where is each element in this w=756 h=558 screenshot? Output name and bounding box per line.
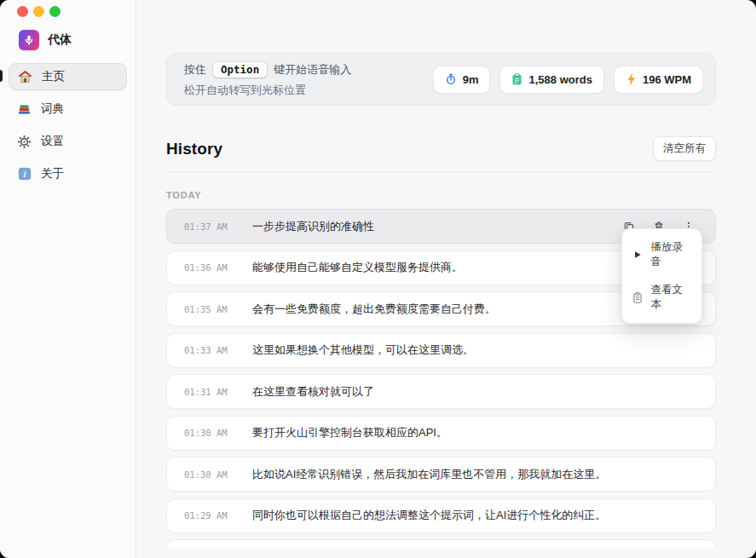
hotkey-panel: 按住 Option 键开始语音输入 松开自动转写到光标位置 [166, 53, 716, 106]
app-logo-microphone-icon [19, 30, 39, 50]
row-text: 比如说AI经常识别错误，然后我加在词库里也不管用，那我就加在这里。 [252, 467, 701, 482]
row-context-menu: 播放录音 查看文本 [621, 228, 702, 324]
history-row[interactable]: 01:29 AM 同时你也可以根据自己的想法调整这个提示词，让AI进行个性化的纠… [166, 498, 716, 533]
window-controls [17, 6, 61, 17]
menu-item-play-recording[interactable]: 播放录音 [622, 234, 701, 275]
sidebar-item-label: 关于 [41, 166, 64, 181]
app-name: 代体 [48, 32, 72, 48]
menu-item-label: 查看文本 [650, 283, 691, 312]
play-icon [632, 250, 643, 261]
history-row[interactable]: 01:33 AM 这里如果想换个其他模型，可以在这里调选。 [166, 333, 716, 368]
row-timestamp: 01:31 AM [184, 387, 237, 397]
sidebar-item-label: 词典 [41, 101, 64, 117]
info-icon: i [17, 167, 32, 181]
stat-wpm: 196 WPM [614, 66, 703, 94]
sidebar-item-label: 设置 [41, 134, 64, 149]
stat-wpm-value: 196 WPM [643, 73, 691, 86]
hotkey-suffix: 键开始语音输入 [274, 62, 351, 78]
row-timestamp: 01:35 AM [184, 304, 237, 314]
stat-duration-value: 9m [463, 73, 479, 86]
close-button[interactable] [17, 6, 28, 17]
stat-words: 1,588 words [499, 66, 603, 94]
history-row-partial[interactable] [166, 539, 716, 548]
hotkey-instructions: 按住 Option 键开始语音输入 松开自动转写到光标位置 [184, 61, 351, 98]
minimize-button[interactable] [33, 6, 44, 17]
sidebar: 代体 主页 [0, 0, 136, 558]
row-timestamp: 01:37 AM [184, 221, 237, 232]
row-timestamp: 01:30 AM [184, 428, 237, 438]
svg-text:i: i [23, 170, 26, 179]
stats-badges: 9m 1,588 words [433, 66, 703, 94]
history-header: History 清空所有 [166, 136, 716, 161]
hotkey-prefix: 按住 [184, 62, 206, 78]
menu-item-label: 播放录音 [650, 240, 691, 269]
sidebar-item-label: 主页 [42, 69, 65, 84]
home-icon [18, 70, 32, 84]
sidebar-item-dictionary[interactable]: 词典 [9, 95, 127, 123]
row-timestamp: 01:33 AM [184, 345, 237, 355]
page-title: History [166, 140, 222, 158]
sidebar-nav: 主页 词典 [0, 63, 136, 187]
row-text: 在这里查看核对就可以了 [252, 384, 701, 400]
history-group-label: TODAY [166, 190, 716, 200]
row-timestamp: 01:30 AM [184, 469, 237, 480]
history-row[interactable]: 01:30 AM 比如说AI经常识别错误，然后我加在词库里也不管用，那我就加在这… [166, 457, 716, 492]
books-icon [17, 102, 32, 117]
clipboard-icon [511, 73, 522, 85]
zoom-button[interactable] [49, 6, 61, 17]
clear-all-button[interactable]: 清空所有 [653, 136, 716, 161]
hotkey-subtitle: 松开自动转写到光标位置 [184, 83, 351, 98]
gear-icon [17, 135, 32, 149]
stat-duration: 9m [433, 66, 491, 94]
row-text: 一步步提高识别的准确性 [252, 219, 622, 234]
stat-words-value: 1,588 words [528, 73, 592, 86]
sidebar-item-about[interactable]: i 关于 [9, 160, 127, 187]
app-window: 代体 主页 [0, 0, 756, 558]
history-row[interactable]: 01:31 AM 在这里查看核对就可以了 [166, 374, 716, 409]
menu-item-view-text[interactable]: 查看文本 [622, 277, 701, 318]
divider [166, 171, 716, 172]
history-row[interactable]: 01:30 AM 要打开火山引擎控制台获取相应的API。 [166, 416, 716, 451]
sidebar-item-home[interactable]: 主页 [9, 63, 127, 90]
active-item-indicator [0, 70, 3, 82]
sidebar-item-settings[interactable]: 设置 [9, 128, 127, 155]
lightning-icon [626, 73, 637, 85]
stopwatch-icon [445, 73, 457, 85]
option-key-badge: Option [212, 61, 268, 78]
row-text: 要打开火山引擎控制台获取相应的API。 [252, 425, 701, 440]
row-text: 这里如果想换个其他模型，可以在这里调选。 [252, 342, 701, 358]
row-timestamp: 01:29 AM [184, 510, 237, 521]
view-text-icon [632, 292, 643, 303]
row-timestamp: 01:36 AM [184, 262, 237, 273]
row-text: 同时你也可以根据自己的想法调整这个提示词，让AI进行个性化的纠正。 [252, 508, 701, 523]
